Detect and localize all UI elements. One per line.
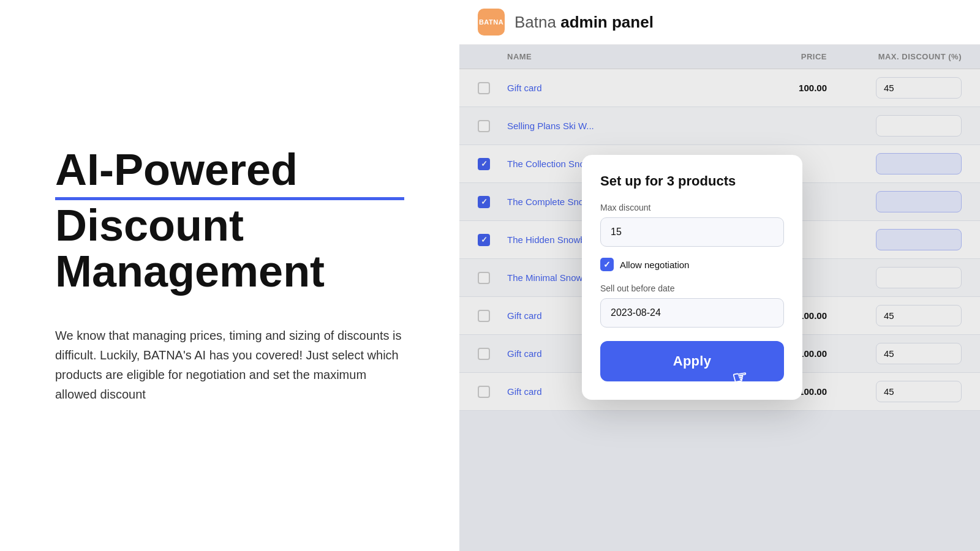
apply-button[interactable]: Apply ☞ [600,341,784,381]
allow-negotiation-label[interactable]: Allow negotiation [620,260,689,270]
modal-backdrop: Set up for 3 products Max discount Allow… [459,45,980,551]
header-title-bold: admin panel [560,13,654,31]
cursor-hand-icon: ☞ [730,366,749,389]
max-discount-input[interactable] [600,217,784,247]
modal-title: Set up for 3 products [600,173,784,189]
description-text: We know that managing prices, timing and… [55,326,404,404]
right-panel: BATNA Batna admin panel NAME PRICE MAX. … [459,0,980,551]
main-heading: AI-Powered Discount Management [55,147,404,295]
apply-button-label: Apply [673,353,712,369]
heading-line1: AI-Powered [55,147,404,200]
max-discount-label: Max discount [600,203,784,212]
header-title: Batna admin panel [514,13,654,32]
header-title-normal: Batna [514,13,560,31]
setup-modal: Set up for 3 products Max discount Allow… [582,155,802,400]
heading-line3: Management [55,247,325,296]
heading-line2: Discount [55,201,244,250]
logo-badge: BATNA [478,9,505,36]
sell-out-date-input[interactable] [600,298,784,328]
allow-negotiation-row: Allow negotiation [600,258,784,271]
sell-out-label: Sell out before date [600,283,784,293]
admin-header: BATNA Batna admin panel [459,0,980,45]
left-panel: AI-Powered Discount Management We know t… [0,0,459,551]
allow-negotiation-checkbox[interactable] [600,258,614,271]
products-table-area: NAME PRICE MAX. DISCOUNT (%) Gift card 1… [459,45,980,551]
